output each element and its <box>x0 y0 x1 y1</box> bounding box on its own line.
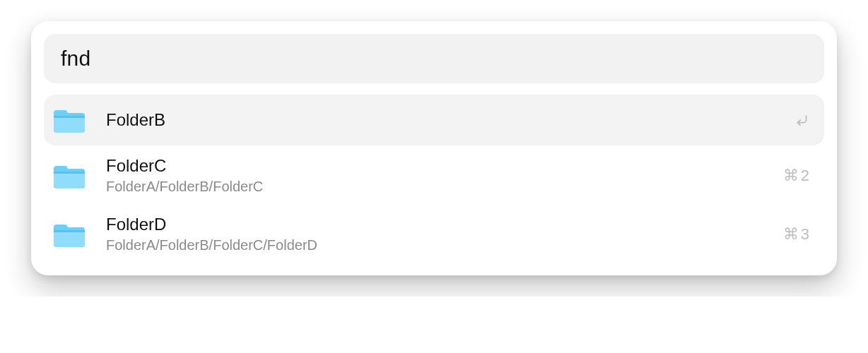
shortcut-key: 3 <box>801 225 810 244</box>
shortcut-hint: ⌘2 <box>772 167 810 185</box>
result-title: FolderC <box>106 155 772 176</box>
result-text: FolderD FolderA/FolderB/FolderC/FolderD <box>106 214 772 254</box>
result-path: FolderA/FolderB/FolderC/FolderD <box>106 237 772 254</box>
shortcut-hint: ⌘3 <box>772 225 810 244</box>
search-bar[interactable] <box>44 34 824 83</box>
folder-icon <box>52 162 86 190</box>
result-title: FolderB <box>106 109 783 131</box>
result-text: FolderB <box>106 109 783 131</box>
result-title: FolderD <box>106 214 772 235</box>
result-row[interactable]: FolderB <box>44 95 824 145</box>
results-list: FolderB FolderC FolderA/FolderB/FolderC <box>44 95 824 263</box>
folder-icon <box>52 220 86 249</box>
shortcut-key: 2 <box>801 167 810 185</box>
command-palette: FolderB FolderC FolderA/FolderB/FolderC <box>31 21 837 275</box>
result-path: FolderA/FolderB/FolderC <box>106 178 772 196</box>
enter-hint-icon <box>783 112 810 128</box>
result-row[interactable]: FolderC FolderA/FolderB/FolderC ⌘2 <box>44 147 824 204</box>
result-text: FolderC FolderA/FolderB/FolderC <box>106 155 772 196</box>
command-icon: ⌘ <box>783 225 799 244</box>
command-icon: ⌘ <box>783 167 799 185</box>
result-row[interactable]: FolderD FolderA/FolderB/FolderC/FolderD … <box>44 205 824 263</box>
folder-icon <box>52 106 86 134</box>
search-input[interactable] <box>61 47 807 71</box>
